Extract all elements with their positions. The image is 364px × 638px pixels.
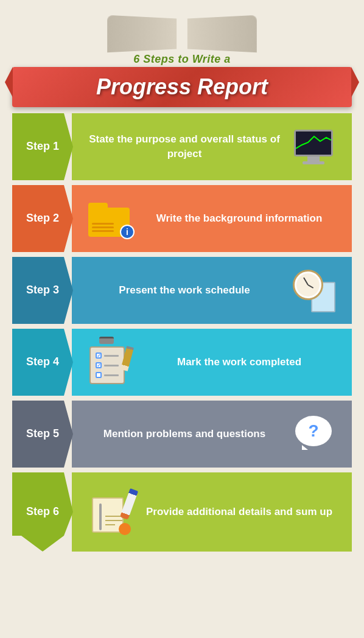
step-1-label: Step 1 [26, 140, 59, 153]
clock-face [296, 273, 320, 296]
step-2-label-wrap: Step 2 [12, 185, 73, 252]
monitor-screen [294, 130, 333, 156]
book-left-page [107, 15, 177, 52]
step-2-content: i Write the background information [72, 185, 352, 252]
clock-circle [293, 270, 323, 300]
check-text-1 [104, 355, 119, 357]
step-3-label-wrap: Step 3 [12, 257, 73, 324]
step-row-4: Step 4 ✓ ✓ [12, 329, 352, 396]
notebook-spiral [99, 503, 102, 530]
checklist-lines: ✓ ✓ [96, 352, 119, 378]
folder-icon: i [88, 200, 132, 237]
step-5-label: Step 5 [26, 427, 59, 441]
step-6-icon-area [83, 488, 138, 536]
step-2-text: Write the background information [138, 211, 341, 226]
svg-rect-0 [296, 131, 331, 155]
steps-container: Step 1 State the purpose and overall sta… [0, 107, 364, 569]
step-4-label: Step 4 [26, 356, 59, 369]
notebook-line-3 [105, 524, 115, 525]
step-4-label-wrap: Step 4 [12, 329, 73, 396]
book-decoration [6, 11, 358, 51]
step-2-icon-area: i [83, 194, 138, 243]
step-row-6: Step 6 Provide [12, 472, 352, 552]
step-5-content: Mention problems and questions ? [72, 401, 352, 468]
folder-line-2 [92, 226, 114, 228]
checklist-board: ✓ ✓ [89, 346, 125, 384]
clock-hour-hand [308, 284, 314, 289]
step-6-text: Provide additional details and sum up [138, 505, 341, 519]
check-box-3 [96, 372, 102, 378]
bubble-body: ? [295, 416, 332, 446]
step-row-3: Step 3 Present the work schedule [12, 257, 352, 324]
step-6-label-wrap: Step 6 [12, 472, 73, 552]
step-3-content: Present the work schedule [72, 257, 352, 324]
step-6-label: Step 6 [26, 505, 59, 519]
clock-icon [292, 268, 335, 312]
step-5-label-wrap: Step 5 [12, 401, 73, 468]
step-1-content: State the purpose and overall status of … [72, 113, 352, 180]
step-6-content: Provide additional details and sum up [72, 472, 352, 552]
step-3-icon-area [286, 266, 341, 315]
main-title: Progress Report [24, 74, 340, 100]
bubble-tail [302, 445, 312, 450]
step-4-icon-area: ✓ ✓ [83, 338, 138, 387]
monitor-icon [294, 130, 333, 164]
step-2-label: Step 2 [26, 212, 59, 225]
check-box-2: ✓ [96, 362, 102, 368]
folder-lines [92, 223, 114, 232]
main-title-banner: Progress Report [12, 67, 352, 107]
question-mark: ? [308, 421, 318, 441]
monitor-stand [307, 156, 320, 161]
step-4-text: Mark the work completed [138, 355, 341, 370]
notebook-lines [105, 516, 122, 525]
step-5-icon-area: ? [286, 410, 341, 458]
folder-line-1 [92, 223, 114, 225]
checklist-line-2: ✓ [96, 362, 119, 368]
step-row-5: Step 5 Mention problems and questions ? [12, 401, 352, 468]
step-1-icon-area [286, 122, 341, 171]
notebook-line-2 [105, 520, 122, 521]
check-mark-1: ✓ [97, 353, 101, 359]
step-4-content: ✓ ✓ [72, 329, 352, 396]
checklist-icon: ✓ ✓ [89, 340, 131, 384]
eraser-icon [119, 523, 131, 535]
check-box-1: ✓ [96, 352, 102, 359]
subtitle: 6 Steps to Write a [6, 53, 358, 66]
step-row-2: Step 2 i Write the background [12, 185, 352, 252]
checklist-clip [99, 337, 114, 344]
question-bubble-icon: ? [292, 416, 335, 452]
info-badge: i [120, 225, 135, 239]
checklist-line-1: ✓ [96, 352, 119, 359]
step-1-label-wrap: Step 1 [12, 113, 73, 180]
step-3-label: Step 3 [26, 284, 59, 297]
header: 6 Steps to Write a Progress Report [0, 0, 364, 107]
step-1-text: State the purpose and overall status of … [83, 132, 286, 161]
step-5-text: Mention problems and questions [83, 427, 286, 441]
checklist-line-3 [96, 372, 119, 378]
book-right-page [187, 15, 257, 52]
check-mark-2: ✓ [97, 363, 101, 368]
check-text-2 [104, 365, 119, 366]
step-row-1: Step 1 State the purpose and overall sta… [12, 113, 352, 180]
check-text-3 [104, 374, 119, 376]
step-3-text: Present the work schedule [83, 283, 286, 298]
notebook-icon [87, 489, 133, 535]
monitor-base [303, 161, 324, 164]
folder-line-3 [92, 230, 114, 232]
